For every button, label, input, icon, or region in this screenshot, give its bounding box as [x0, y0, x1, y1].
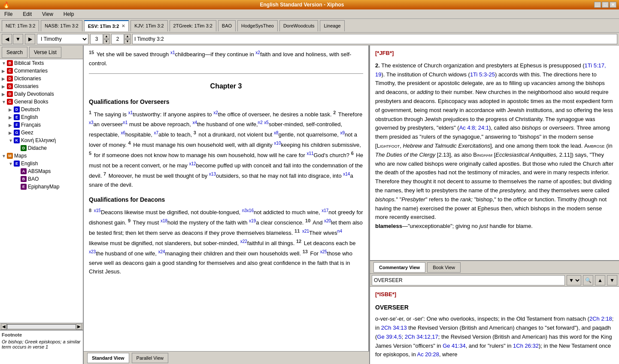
dict-ref-3[interactable]: Ge 39:4,5 — [377, 334, 401, 340]
cr-x20[interactable]: x20 — [324, 218, 331, 223]
tab-kjv[interactable]: KJV: 1Tim 3:2 — [130, 20, 167, 31]
dict-down-button[interactable]: ▼ — [607, 275, 617, 285]
cr-x6[interactable]: x6 — [121, 130, 125, 135]
verse-list-button[interactable]: Verse List — [29, 47, 61, 58]
commentary-panel: [*JFB*] 2. The existence of Church organ… — [370, 46, 619, 261]
dict-search-button[interactable]: 🔍 — [583, 275, 593, 285]
cr-x2[interactable]: x2 — [213, 110, 218, 115]
tree-item-english-general[interactable]: ▶ E English — [0, 113, 83, 121]
book-selector[interactable]: I Timothy — [37, 34, 88, 44]
dict-ref-5[interactable]: Ge 41:34 — [443, 343, 466, 349]
cr-x19[interactable]: x19 — [249, 218, 256, 223]
cr-x15[interactable]: x15 — [94, 208, 101, 213]
cr-x4[interactable]: x4 — [192, 120, 197, 125]
ref-link-2[interactable]: 1Ti 5:3-25 — [470, 71, 495, 78]
tree-item-geez[interactable]: ▶ G Geez — [0, 129, 83, 136]
dict-ref-4[interactable]: 2Ch 34:12,17 — [405, 334, 438, 340]
nav-dropdown-button[interactable]: ▼ — [13, 34, 23, 44]
cr-n2[interactable]: n2 — [258, 120, 263, 125]
scroll-right-btn[interactable]: ▶ — [76, 324, 82, 330]
dictionary-type-selector[interactable]: ▼ — [567, 275, 581, 285]
menu-file[interactable]: File — [2, 10, 15, 18]
menu-view[interactable]: View — [39, 10, 56, 18]
tab-dore[interactable]: DoreWoodcuts — [279, 20, 319, 31]
book-view-tab[interactable]: Book View — [427, 262, 461, 273]
cr-x9[interactable]: x9 — [340, 130, 345, 135]
menu-edit[interactable]: Edit — [20, 10, 34, 18]
cross-ref[interactable]: x2 — [255, 50, 260, 55]
tree-item-devotionals[interactable]: ▶ D Daily Devotionals — [0, 90, 83, 98]
tab-net[interactable]: NET: 1Tim 3:2 — [2, 20, 39, 31]
cr-x1[interactable]: x1 — [128, 110, 133, 115]
cr-x21[interactable]: x21 — [302, 229, 309, 234]
dict-ref-2[interactable]: 2Ch 34:13 — [381, 325, 407, 331]
tab-bao[interactable]: BAO — [218, 20, 236, 31]
tree-item-general-books[interactable]: ▼ G General Books — [0, 98, 83, 106]
standard-view-button[interactable]: Standard View — [87, 353, 129, 363]
cr-x23[interactable]: x23 — [89, 249, 96, 254]
cross-ref[interactable]: x1 — [170, 50, 175, 55]
dict-ref-6[interactable]: 1Ch 26:32 — [513, 343, 539, 349]
tree-item-biblical-texts[interactable]: ▼ B Biblical Texts — [0, 59, 83, 67]
menu-help[interactable]: Help — [61, 10, 77, 18]
commentary-view-tab[interactable]: Commentary View — [373, 262, 425, 273]
cr-n3[interactable]: n3 — [242, 208, 247, 213]
chapter-up-button[interactable]: ▲ — [103, 34, 109, 39]
horizontal-scrollbar[interactable] — [7, 324, 76, 329]
ref-ac[interactable]: Ac 4:8; 24:1 — [459, 124, 489, 131]
cr-x7[interactable]: x7 — [154, 130, 159, 135]
tree-item-dictionaries[interactable]: ▶ D Dictionaries — [0, 75, 83, 82]
scroll-left-btn[interactable]: ◀ — [1, 324, 7, 330]
nav-forward-button[interactable]: ▶ — [25, 34, 35, 44]
cr-x3[interactable]: x3 — [89, 120, 94, 125]
tree-item-bao-map[interactable]: B BAO — [0, 175, 83, 183]
dict-ref-1[interactable]: 2Ch 2:18 — [589, 315, 612, 322]
parallel-view-button[interactable]: Parallel View — [132, 353, 168, 363]
dictionary-search-input[interactable] — [372, 275, 565, 285]
tree-item-didache[interactable]: D Didache — [0, 144, 83, 152]
cr-x12[interactable]: x12 — [189, 161, 196, 166]
nav-back-button[interactable]: ◀ — [2, 34, 12, 44]
dict-up-button[interactable]: ▲ — [595, 275, 605, 285]
maximize-button[interactable]: □ — [602, 2, 609, 8]
tree-item-epiphany[interactable]: E EpiphanyMap — [0, 183, 83, 191]
tab-hodge[interactable]: HodgeSysTheo — [237, 20, 278, 31]
section-heading-2: Qualifications for Deacons — [89, 195, 363, 204]
tab-esv[interactable]: ESV: 1Tim 3:2 ✕ — [84, 20, 129, 31]
tree-item-maps[interactable]: ▼ M Maps — [0, 152, 83, 160]
tab-nasb[interactable]: NASB: 1Tim 3:2 — [41, 20, 82, 31]
tree-item-deutsch[interactable]: ▶ D Deutsch — [0, 106, 83, 113]
cr-x10[interactable]: x10 — [274, 141, 281, 146]
verse-down-button[interactable]: ▼ — [124, 39, 130, 44]
cr-x25[interactable]: x25 — [320, 249, 327, 254]
cr-x14[interactable]: x14 — [343, 172, 350, 176]
cr-x11[interactable]: x11 — [306, 151, 313, 156]
tree-item-english-maps[interactable]: ▼ E English — [0, 160, 83, 167]
minimize-button[interactable]: _ — [594, 2, 601, 8]
bible-footer: Standard View Parallel View — [84, 351, 369, 364]
tab-esv-close[interactable]: ✕ — [121, 24, 125, 28]
cr-x24[interactable]: x24 — [158, 249, 165, 254]
close-button[interactable]: ✕ — [610, 2, 616, 8]
verse-up-button[interactable]: ▲ — [124, 34, 130, 39]
tree-item-commentaries[interactable]: ▶ C Commentaries — [0, 67, 83, 75]
tree-item-absmaps[interactable]: A ABSMaps — [0, 167, 83, 175]
cr-x16[interactable]: x16 — [247, 208, 254, 213]
search-button[interactable]: Search — [2, 47, 27, 58]
cr-x22[interactable]: x22 — [240, 239, 247, 244]
cr-x5[interactable]: x5 — [264, 120, 269, 125]
tab-2tgreek[interactable]: 2TGreek: 1Tim 3:2 — [170, 20, 216, 31]
reference-input[interactable] — [132, 34, 617, 44]
dict-ref-7[interactable]: Ac 20:28 — [417, 351, 439, 358]
cr-n1[interactable]: n1 — [123, 120, 127, 125]
tree-item-koine[interactable]: ▼ Κ Κοινή Ελληνική — [0, 136, 83, 144]
cr-n4[interactable]: n4 — [337, 229, 342, 234]
cr-x18[interactable]: x18 — [161, 218, 167, 223]
cr-x8[interactable]: x8 — [274, 130, 279, 135]
cr-x17[interactable]: x17 — [322, 208, 328, 213]
chapter-down-button[interactable]: ▼ — [103, 39, 109, 44]
cr-x13[interactable]: x13 — [209, 172, 216, 176]
tree-item-glossaries[interactable]: ▶ G Glossaries — [0, 82, 83, 90]
tree-item-francais[interactable]: ▶ F Français — [0, 121, 83, 129]
tab-lineage[interactable]: Lineage — [320, 20, 344, 31]
